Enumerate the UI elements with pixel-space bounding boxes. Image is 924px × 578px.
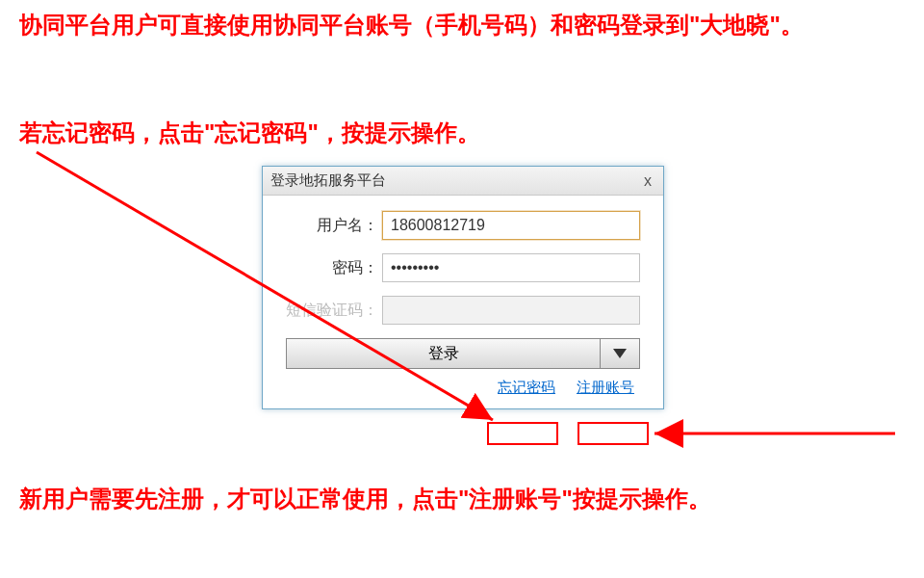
register-account-link[interactable]: 注册账号 [577,379,634,397]
smscode-row: 短信验证码： [286,296,640,325]
username-row: 用户名： [286,211,640,240]
password-input[interactable] [382,253,640,282]
instruction-paragraph-2: 若忘记密码，点击"忘记密码"，按提示操作。 [0,116,886,150]
password-label: 密码： [286,258,382,278]
password-row: 密码： [286,253,640,282]
link-row: 忘记密码 注册账号 [286,377,640,397]
dialog-body: 用户名： 密码： 短信验证码： 登录 忘记密码 注册账号 [263,196,663,408]
login-dropdown-toggle[interactable] [601,339,639,368]
login-row: 登录 [286,338,640,369]
username-label: 用户名： [286,216,382,236]
dialog-titlebar: 登录地拓服务平台 x [263,167,663,196]
chevron-down-icon [613,349,627,358]
smscode-label: 短信验证码： [286,301,382,321]
smscode-input[interactable] [382,296,640,325]
username-input[interactable] [382,211,640,240]
annotation-box-register [578,422,649,445]
instruction-paragraph-3: 新用户需要先注册，才可以正常使用，点击"注册账号"按提示操作。 [0,482,886,516]
login-dialog: 登录地拓服务平台 x 用户名： 密码： 短信验证码： 登录 忘记密码 注册账号 [262,166,664,409]
dialog-title: 登录地拓服务平台 [270,171,386,190]
forgot-password-link[interactable]: 忘记密码 [498,379,555,397]
close-icon[interactable]: x [640,172,655,190]
annotation-box-forgot [487,422,558,445]
login-button[interactable]: 登录 [287,339,601,368]
instruction-paragraph-1: 协同平台用户可直接使用协同平台账号（手机号码）和密码登录到"大地晓"。 [0,8,886,42]
